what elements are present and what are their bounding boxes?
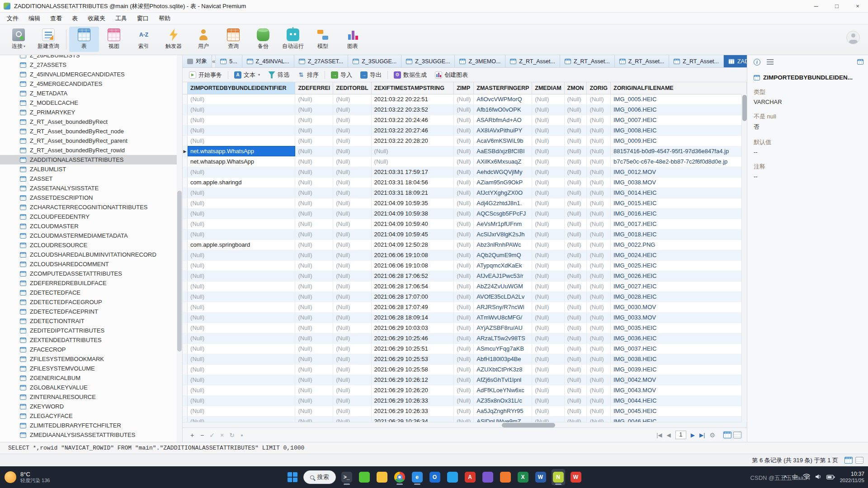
cell[interactable]: (Null) xyxy=(454,385,474,395)
minimize-button[interactable]: ─ xyxy=(806,0,826,12)
cell[interactable]: AehdcWGQVjlMy xyxy=(474,167,532,177)
menu-file[interactable]: 文件 xyxy=(2,13,24,24)
column-header-ZEXIFTIMESTAMPSTRING[interactable]: ZEXIFTIMESTAMPSTRING xyxy=(371,82,454,94)
sidebar-table-item[interactable]: Z_26ALBUMLISTS xyxy=(0,55,182,60)
cell[interactable]: (Null) xyxy=(587,136,611,146)
cell[interactable]: AX8IAVxPithuiPY xyxy=(474,125,532,136)
menu-help[interactable]: 帮助 xyxy=(154,13,175,24)
sidebar-table-item[interactable]: ZASSETDESCRIPTION xyxy=(0,193,182,202)
cell[interactable]: (Null) xyxy=(564,271,587,281)
cell[interactable]: (Null) xyxy=(188,188,295,198)
cell[interactable]: (Null) xyxy=(333,312,371,323)
cell[interactable]: (Null) xyxy=(333,302,371,312)
last-page-button[interactable]: ▶| xyxy=(699,432,705,438)
sidebar-table-item[interactable]: ZMEDIAANALYSISASSETATTRIBUTES xyxy=(0,430,182,440)
sidebar-table-item[interactable]: ZCOMPUTEDASSETATTRIBUTES xyxy=(0,269,182,278)
cell[interactable]: (Null) xyxy=(587,177,611,188)
menu-favorites[interactable]: 收藏夹 xyxy=(83,13,110,24)
menu-view[interactable]: 查看 xyxy=(45,13,67,24)
toolbar-charts-button[interactable]: 图表 xyxy=(338,27,368,52)
cell[interactable]: (Null) xyxy=(188,167,295,177)
sidebar-table-item[interactable]: ZDETECTIONTRAIT xyxy=(0,316,182,326)
cell[interactable]: (Null) xyxy=(188,208,295,219)
cell[interactable]: (Null) xyxy=(454,104,474,115)
cell[interactable]: (Null) xyxy=(333,156,371,167)
sidebar-table-item[interactable]: ZCLOUDMASTER xyxy=(0,221,182,231)
cell[interactable]: (Null) xyxy=(454,229,474,239)
cell[interactable]: (Null) xyxy=(564,198,587,208)
cell[interactable]: AYjAZSBF8ru/AU xyxy=(474,323,532,333)
cell[interactable]: IMG_0039.HEIC xyxy=(611,364,747,375)
cell[interactable]: (Null) xyxy=(188,323,295,333)
cell[interactable]: AVOfE35cLDA2Lv xyxy=(474,291,532,302)
cell[interactable]: (Null) xyxy=(454,302,474,312)
cell[interactable]: (Null) xyxy=(564,354,587,364)
grid-horizontal-scrollbar[interactable] xyxy=(183,422,741,427)
cell[interactable]: AfJctYXghgZX0O xyxy=(474,188,532,198)
refresh-button[interactable]: ↻ xyxy=(227,432,237,439)
cell[interactable]: (Null) xyxy=(188,219,295,229)
row-selector-header[interactable] xyxy=(183,82,188,94)
cell[interactable]: 2021:06:06 19:10:08 xyxy=(371,260,454,271)
cell[interactable]: 2021:06:29 10:25:51 xyxy=(371,343,454,354)
gridbar-sort-button[interactable]: ⇅排序 xyxy=(294,70,322,80)
sidebar-table-item[interactable]: Z_45INVALIDMERGECANDIDATES xyxy=(0,70,182,79)
sidebar-scrollbar-thumb[interactable] xyxy=(177,191,182,352)
cell[interactable]: (Null) xyxy=(333,94,371,104)
cell[interactable]: ATypqmcXdKaEk xyxy=(474,260,532,271)
cell[interactable]: 2021:06:29 10:25:58 xyxy=(371,364,454,375)
cell[interactable]: (Null) xyxy=(587,125,611,136)
cell[interactable]: (Null) xyxy=(333,250,371,260)
cell[interactable]: (Null) xyxy=(333,125,371,136)
cell[interactable]: (Null) xyxy=(188,281,295,291)
cell[interactable]: (Null) xyxy=(333,395,371,406)
cell[interactable]: 2021:06:28 17:06:54 xyxy=(371,281,454,291)
tab-scroll-left[interactable]: « xyxy=(212,55,216,67)
cell[interactable]: IMG_0044.HEIC xyxy=(611,395,747,406)
cell[interactable]: (Null) xyxy=(295,250,333,260)
cell[interactable]: (Null) xyxy=(333,229,371,239)
cell[interactable]: IMG_0015.HEIC xyxy=(611,198,747,208)
cell[interactable]: IMG_0007.HEIC xyxy=(611,115,747,125)
cell[interactable]: (Null) xyxy=(333,146,371,156)
toolbar-table-button[interactable]: 表 xyxy=(69,27,99,52)
cell[interactable]: (Null) xyxy=(333,167,371,177)
cell[interactable]: (Null) xyxy=(295,323,333,333)
cell[interactable]: 2021:06:28 17:06:52 xyxy=(371,271,454,281)
cell[interactable]: (Null) xyxy=(564,104,587,115)
grid-vertical-scrollbar[interactable] xyxy=(741,94,747,422)
cell[interactable]: (Null) xyxy=(454,323,474,333)
cell[interactable]: 2021:06:29 10:26:12 xyxy=(371,375,454,385)
cell[interactable]: IMG_0028.HEIC xyxy=(611,291,747,302)
sidebar-table-item[interactable]: ZCHARACTERRECOGNITIONATTRIBUTES xyxy=(0,202,182,212)
cell[interactable]: 2021:06:06 19:10:08 xyxy=(371,250,454,260)
cell[interactable]: 2021:03:22 20:23:52 xyxy=(371,104,454,115)
cell[interactable]: (Null) xyxy=(454,146,474,156)
cell[interactable]: (Null) xyxy=(295,239,333,250)
cell[interactable]: IMG_0037.HEIC xyxy=(611,343,747,354)
row-selector[interactable] xyxy=(183,333,188,343)
cell[interactable]: 2021:03:22 20:28:20 xyxy=(371,136,454,146)
cell[interactable]: (Null) xyxy=(532,302,564,312)
row-selector[interactable] xyxy=(183,395,188,406)
cell[interactable]: (Null) xyxy=(295,395,333,406)
cell[interactable]: (Null) xyxy=(295,219,333,229)
cell[interactable]: (Null) xyxy=(333,385,371,395)
cell[interactable]: (Null) xyxy=(454,239,474,250)
status-grid-icon[interactable] xyxy=(844,457,853,464)
cell[interactable]: 2021:03:31 18:09:21 xyxy=(371,188,454,198)
close-button[interactable]: × xyxy=(847,0,868,12)
sidebar-table-item[interactable]: Z_45MERGECANDIDATES xyxy=(0,79,182,89)
cell[interactable]: 2021:04:09 10:59:45 xyxy=(371,229,454,239)
cell[interactable]: (Null) xyxy=(333,343,371,354)
cell[interactable]: IMG_0012.MOV xyxy=(611,167,747,177)
cell[interactable]: IMG_0022.PNG xyxy=(611,239,747,250)
cell[interactable]: (Null) xyxy=(532,291,564,302)
cell[interactable]: IMG_0035.HEIC xyxy=(611,323,747,333)
row-selector[interactable] xyxy=(183,406,188,416)
status-form-icon[interactable] xyxy=(855,457,863,464)
column-header-ZIMPORTEDBYBUNDLEIDENTIFIER[interactable]: ZIMPORTEDBYBUNDLEIDENTIFIER xyxy=(188,82,295,94)
cell[interactable]: (Null) xyxy=(564,406,587,416)
cell[interactable]: (Null) xyxy=(333,333,371,343)
column-header-ZMEDIAM[interactable]: ZMEDIAM xyxy=(532,82,564,94)
